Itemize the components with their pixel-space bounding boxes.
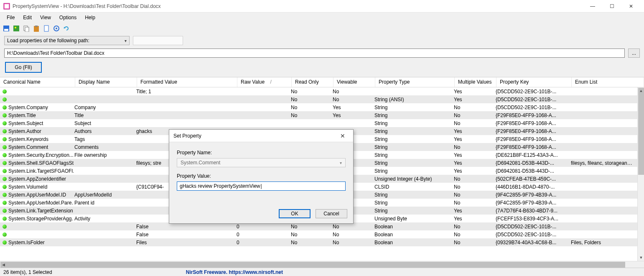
- cell-enum: [570, 187, 637, 187]
- cell-canon: System.IsFolder: [0, 239, 74, 245]
- cell-enum: [570, 123, 637, 123]
- svg-rect-3: [4, 29, 8, 31]
- cell-enum: [570, 99, 637, 100]
- paste-icon[interactable]: [33, 25, 40, 32]
- vertical-scrollbar[interactable]: ▲ ▼: [637, 87, 644, 261]
- horizontal-scrollbar[interactable]: ◀ ▶: [0, 261, 644, 268]
- cell-canon: System.VolumeId: [0, 184, 74, 190]
- maximize-button[interactable]: ☐: [602, 0, 621, 13]
- cell-ptype: String: [374, 136, 453, 142]
- menu-options[interactable]: Options: [55, 15, 81, 20]
- path-input[interactable]: [4, 49, 625, 58]
- copy-icon[interactable]: [23, 25, 30, 32]
- cell-canon: [0, 97, 74, 102]
- dialog-close-button[interactable]: ✕: [336, 130, 349, 142]
- cell-enum: [570, 115, 637, 115]
- go-button[interactable]: Go (F8): [5, 62, 42, 73]
- close-button[interactable]: ✕: [621, 0, 641, 13]
- refresh-icon[interactable]: [63, 25, 70, 32]
- table-row[interactable]: System.TitleTitleNoYesStringNo{F29F85E0-…: [0, 111, 637, 119]
- image-icon[interactable]: [13, 25, 20, 32]
- col-enum-list[interactable]: Enum List: [572, 77, 644, 87]
- col-raw-value[interactable]: Raw Value /: [237, 77, 292, 87]
- col-formatted-value[interactable]: Formatted Value: [137, 77, 237, 87]
- svg-rect-1: [5, 4, 9, 8]
- table-row[interactable]: NoNoString (ANSI)Yes{D5CDD502-2E9C-101B-…: [0, 95, 637, 103]
- cell-pkey: {09329B74-40A3-4C68-B...: [495, 239, 570, 245]
- path-row: ...: [0, 47, 644, 59]
- table-row[interactable]: False0NoNoBooleanNo{D5CDD502-2E9C-101B-.…: [0, 230, 637, 238]
- menu-file[interactable]: File: [3, 15, 19, 20]
- property-value-input[interactable]: gHacks review PropertySystemView: [177, 181, 346, 191]
- property-name-combo[interactable]: System.Comment ▾: [177, 158, 346, 167]
- cell-raw: [236, 123, 290, 123]
- hscroll-thumb[interactable]: [0, 262, 625, 268]
- browse-button[interactable]: ...: [628, 49, 640, 58]
- cell-ro: No: [290, 88, 332, 95]
- col-read-only[interactable]: Read Only: [292, 77, 333, 87]
- cell-enum: [570, 171, 637, 171]
- cell-disp: [74, 171, 135, 171]
- save-icon[interactable]: [3, 25, 10, 32]
- status-dot-icon: [3, 185, 7, 189]
- document-icon[interactable]: [43, 25, 50, 32]
- cell-fval: [135, 99, 236, 100]
- cell-enum: Files, Folders: [570, 239, 637, 245]
- cell-ro: No: [290, 223, 332, 230]
- scroll-up-icon[interactable]: ▲: [638, 87, 644, 94]
- cell-canon: [0, 232, 74, 237]
- cell-pkey: {F29F85E0-4FF9-1068-A...: [495, 136, 570, 142]
- col-multiple-values[interactable]: Multiple Values: [455, 77, 496, 87]
- cell-ptype: String: [374, 112, 453, 118]
- cell-ptype: String: [374, 207, 453, 214]
- cell-pkey: {F29F85E0-4FF9-1068-A...: [495, 112, 570, 118]
- col-display-name[interactable]: Display Name: [75, 77, 137, 87]
- cell-pkey: {DE621B8F-E125-43A3-A...: [495, 152, 570, 158]
- cell-ptype: String: [374, 128, 453, 134]
- cell-view: Yes: [332, 112, 374, 118]
- scroll-left-icon[interactable]: ◀: [0, 261, 7, 268]
- cell-pkey: {502CFEAB-47EB-459C-...: [495, 176, 570, 182]
- status-link[interactable]: NirSoft Freeware. https://www.nirsoft.ne…: [186, 269, 283, 275]
- cell-mval: No: [453, 104, 495, 110]
- cell-mval: No: [453, 239, 495, 245]
- table-row[interactable]: System.SubjectSubjectStringNo{F29F85E0-4…: [0, 119, 637, 127]
- col-property-type[interactable]: Property Type: [375, 77, 455, 87]
- vscroll-thumb[interactable]: [638, 88, 644, 175]
- cell-disp: Authors: [74, 128, 135, 134]
- cell-enum: [570, 194, 637, 195]
- cell-raw: [236, 115, 290, 115]
- col-canonical-name[interactable]: Canonical Name: [0, 77, 75, 87]
- cell-fval: False: [135, 231, 236, 238]
- col-property-key[interactable]: Property Key: [496, 77, 572, 87]
- cell-ro: No: [290, 96, 332, 102]
- cell-disp: File ownership: [74, 152, 135, 158]
- menu-help[interactable]: Help: [81, 15, 99, 20]
- scroll-down-icon[interactable]: ▼: [638, 254, 644, 261]
- cancel-button[interactable]: Cancel: [316, 209, 347, 218]
- gear-icon[interactable]: [53, 25, 60, 32]
- svg-rect-7: [25, 27, 29, 32]
- secondary-input[interactable]: [133, 36, 183, 45]
- col-viewable[interactable]: Viewable: [333, 77, 375, 87]
- cell-enum: [570, 210, 637, 211]
- svg-rect-10: [44, 26, 48, 31]
- cell-fval: [135, 115, 236, 115]
- cell-canon: System.Company: [0, 104, 74, 110]
- status-dot-icon: [3, 225, 7, 229]
- cell-ro: [290, 123, 332, 123]
- load-mode-dropdown[interactable]: Load properties of the following path: ▾: [4, 36, 130, 45]
- status-dot-icon: [3, 240, 7, 245]
- minimize-button[interactable]: —: [583, 0, 602, 13]
- table-row[interactable]: Title; 1NoNoYes{D5CDD502-2E9C-101B-...: [0, 87, 637, 95]
- cell-ro: No: [290, 239, 332, 245]
- table-row[interactable]: System.IsFolderFiles0NoNoBooleanNo{09329…: [0, 238, 637, 246]
- cell-pkey: {D5CDD502-2E9C-101B-...: [495, 231, 570, 238]
- menu-view[interactable]: View: [36, 15, 55, 20]
- menu-edit[interactable]: Edit: [19, 15, 36, 20]
- cell-ptype: Unsigned Byte: [374, 215, 453, 222]
- table-row[interactable]: System.CompanyCompanyNoYesStringNo{D5CDD…: [0, 103, 637, 111]
- cell-mval: No: [453, 223, 495, 230]
- ok-button[interactable]: OK: [279, 209, 311, 218]
- cell-pkey: {D5CDD502-2E9C-101B-...: [495, 104, 570, 110]
